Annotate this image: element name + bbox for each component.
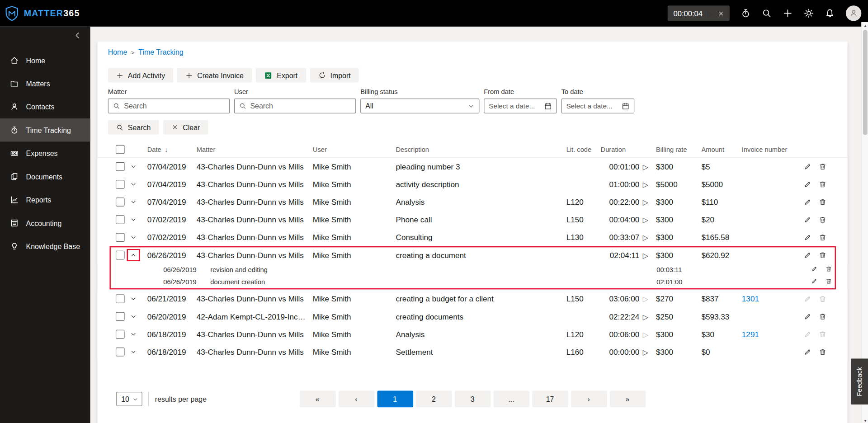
delete-trash-icon[interactable] xyxy=(819,348,826,356)
row-checkbox[interactable] xyxy=(116,294,125,303)
sidebar-item-home[interactable]: Home xyxy=(0,49,90,72)
next-page-button[interactable]: › xyxy=(571,390,607,407)
play-timer-icon[interactable]: ▷ xyxy=(643,348,648,356)
edit-pencil-icon[interactable] xyxy=(804,198,811,206)
add-icon[interactable] xyxy=(783,8,793,18)
row-checkbox[interactable] xyxy=(116,215,125,224)
add-activity-button[interactable]: Add Activity xyxy=(108,68,174,83)
create-invoice-button[interactable]: Create Invoice xyxy=(177,68,252,83)
row-checkbox[interactable] xyxy=(116,312,125,321)
search-button[interactable]: Search xyxy=(108,120,159,135)
calendar-icon[interactable] xyxy=(622,102,629,110)
play-timer-icon[interactable]: ▷ xyxy=(643,252,648,259)
row-checkbox[interactable] xyxy=(116,162,125,171)
search-icon[interactable] xyxy=(762,8,772,18)
page-button-1[interactable]: 1 xyxy=(377,390,413,407)
edit-pencil-icon[interactable] xyxy=(804,313,811,320)
expand-button[interactable] xyxy=(128,197,139,207)
page-button-17[interactable]: 17 xyxy=(532,390,568,407)
expand-button[interactable] xyxy=(128,162,139,172)
delete-trash-icon[interactable] xyxy=(819,251,826,259)
delete-trash-icon[interactable] xyxy=(826,278,832,285)
matter-search-input[interactable] xyxy=(108,99,230,113)
edit-pencil-icon[interactable] xyxy=(804,216,811,224)
billing-status-dropdown[interactable]: All xyxy=(360,99,479,113)
sidebar-item-contacts[interactable]: Contacts xyxy=(0,95,90,118)
table-row[interactable]: 07/04/2019 43-Charles Dunn-Dunn vs Mills… xyxy=(98,193,848,211)
expand-button[interactable] xyxy=(128,311,139,321)
row-checkbox[interactable] xyxy=(116,197,125,207)
delete-trash-icon[interactable] xyxy=(819,198,826,206)
sidebar-item-matters[interactable]: Matters xyxy=(0,72,90,95)
table-row[interactable]: 06/18/2019 43-Charles Dunn-Dunn vs Mills… xyxy=(98,325,848,343)
user-search-field[interactable] xyxy=(250,102,351,110)
import-button[interactable]: Import xyxy=(310,68,359,83)
sidebar-collapse-button[interactable] xyxy=(74,32,81,39)
expand-button[interactable] xyxy=(128,232,139,242)
last-page-button[interactable]: » xyxy=(609,390,646,407)
sidebar-item-accounting[interactable]: Accounting xyxy=(0,212,90,235)
play-timer-icon[interactable]: ▷ xyxy=(643,295,648,302)
play-timer-icon[interactable]: ▷ xyxy=(643,198,648,206)
previous-page-button[interactable]: ‹ xyxy=(338,390,374,407)
edit-pencil-icon[interactable] xyxy=(804,234,811,241)
expand-button[interactable] xyxy=(128,179,139,189)
to-date-picker[interactable]: Select a date... xyxy=(561,99,635,113)
row-checkbox[interactable] xyxy=(116,348,125,357)
play-timer-icon[interactable]: ▷ xyxy=(643,234,648,241)
row-checkbox[interactable] xyxy=(116,233,125,242)
table-row[interactable]: 07/04/2019 43-Charles Dunn-Dunn vs Mills… xyxy=(98,158,848,175)
gear-icon[interactable] xyxy=(804,8,814,18)
table-row[interactable]: 06/18/2019 43-Charles Dunn-Dunn vs Mills… xyxy=(98,343,848,361)
expand-button[interactable] xyxy=(128,250,139,260)
play-timer-icon[interactable]: ▷ xyxy=(643,181,648,188)
feedback-tab[interactable]: Feedback xyxy=(851,358,868,404)
row-checkbox[interactable] xyxy=(116,251,125,260)
edit-pencil-icon[interactable] xyxy=(804,295,811,303)
delete-trash-icon[interactable] xyxy=(819,234,826,241)
sidebar-item-time-tracking[interactable]: Time Tracking xyxy=(0,118,90,141)
user-search-input[interactable] xyxy=(234,99,356,113)
play-timer-icon[interactable]: ▷ xyxy=(643,216,648,223)
table-row[interactable]: 06/20/2019 42-Adam Kempt-CL-2019-Inco...… xyxy=(98,308,848,325)
play-timer-icon[interactable]: ▷ xyxy=(643,331,648,338)
export-button[interactable]: Export xyxy=(256,68,306,83)
table-row[interactable]: 07/02/2019 43-Charles Dunn-Dunn vs Mills… xyxy=(98,211,848,229)
edit-pencil-icon[interactable] xyxy=(804,251,811,259)
edit-pencil-icon[interactable] xyxy=(804,163,811,170)
first-page-button[interactable]: « xyxy=(299,390,335,407)
delete-trash-icon[interactable] xyxy=(819,313,826,320)
calendar-icon[interactable] xyxy=(544,102,552,110)
expand-button[interactable] xyxy=(128,329,139,339)
play-timer-icon[interactable]: ▷ xyxy=(643,313,648,320)
clear-button[interactable]: Clear xyxy=(163,120,208,135)
brand-logo[interactable]: MATTER365 xyxy=(5,5,80,22)
page-button-3[interactable]: 3 xyxy=(454,390,491,407)
cell-invoice-number[interactable]: 1291 xyxy=(742,330,797,339)
delete-trash-icon[interactable] xyxy=(826,266,832,273)
stopwatch-icon[interactable] xyxy=(741,8,750,18)
timer-play-icon[interactable]: ▷ xyxy=(708,9,713,17)
sidebar-item-documents[interactable]: Documents xyxy=(0,165,90,188)
delete-trash-icon[interactable] xyxy=(819,330,826,338)
sidebar-item-knowledge-base[interactable]: Knowledge Base xyxy=(0,235,90,258)
expand-button[interactable] xyxy=(128,215,139,225)
row-checkbox[interactable] xyxy=(116,330,125,339)
play-timer-icon[interactable]: ▷ xyxy=(643,163,648,170)
matter-search-field[interactable] xyxy=(124,102,225,110)
expand-button[interactable] xyxy=(128,347,139,357)
scrollbar-thumb[interactable] xyxy=(863,30,868,135)
sidebar-item-reports[interactable]: Reports xyxy=(0,188,90,211)
page-button-2[interactable]: 2 xyxy=(416,390,452,407)
scroll-down-arrow-icon[interactable]: ▼ xyxy=(862,417,868,423)
bell-icon[interactable] xyxy=(825,8,835,18)
table-row[interactable]: 07/02/2019 43-Charles Dunn-Dunn vs Mills… xyxy=(98,229,848,246)
row-checkbox[interactable] xyxy=(116,180,125,189)
delete-trash-icon[interactable] xyxy=(819,180,826,188)
page-ellipsis-button[interactable]: ... xyxy=(493,390,529,407)
table-row[interactable]: 06/21/2019 43-Charles Dunn-Dunn vs Mills… xyxy=(98,290,848,308)
sidebar-item-expenses[interactable]: Expenses xyxy=(0,141,90,164)
timer-close-icon[interactable] xyxy=(718,10,724,16)
page-size-select[interactable]: 10 xyxy=(116,392,142,406)
table-row[interactable]: 07/04/2019 43-Charles Dunn-Dunn vs Mills… xyxy=(98,175,848,193)
